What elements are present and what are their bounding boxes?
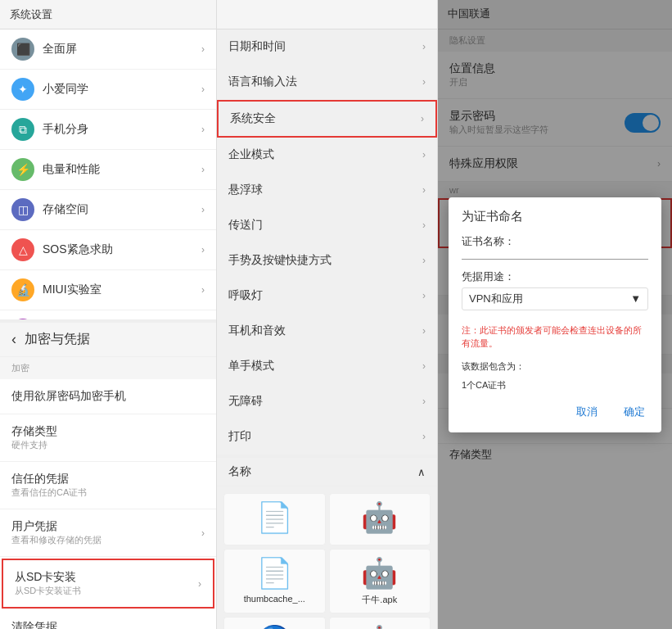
encrypt-user-creds-block: 用户凭据 查看和修改存储的凭据 <box>11 519 201 546</box>
file-icon-5: 🤖 <box>361 624 398 629</box>
encrypt-clear-label: 清除凭据 <box>11 620 201 629</box>
onehand-arrow: › <box>422 360 426 372</box>
sys-item-headset[interactable]: 耳机和音效 › <box>217 314 437 349</box>
transfer-label: 传送门 <box>228 218 422 233</box>
file-picker-section: 名称 ∧ 📄 🤖 📄 thumbcache_... 🤖 千牛.apk <box>217 455 437 629</box>
panel1-header-label: 系统设置 <box>10 7 52 22</box>
file-item-4[interactable]: 🔵 <box>223 617 326 629</box>
sys-item-gestures[interactable]: 手势及按键快捷方式 › <box>217 243 437 278</box>
panel2-header <box>217 0 437 29</box>
cert-name-dialog: 为证书命名 证书名称： 凭据用途： VPN和应用 ▼ 注：此证书的颁发者可能会检… <box>449 197 661 432</box>
dialog-use-select[interactable]: VPN和应用 ▼ <box>462 287 648 310</box>
simple-desktop-icon: ⊟ <box>11 319 34 319</box>
xiaoai-label: 小爱同学 <box>43 82 201 97</box>
encrypt-item-user-creds[interactable]: 用户凭据 查看和修改存储的凭据 › <box>0 509 216 557</box>
dual-icon: ⧉ <box>11 118 34 141</box>
float-arrow: › <box>422 184 426 196</box>
miui-lab-arrow: › <box>201 284 205 296</box>
encrypt-item-trusted[interactable]: 信任的凭据 查看信任的CA证书 <box>0 462 216 509</box>
sys-item-lang[interactable]: 语言和输入法 › <box>217 65 437 100</box>
dual-label: 手机分身 <box>43 122 201 137</box>
settings-item-battery[interactable]: ⚡ 电量和性能 › <box>0 150 216 190</box>
datetime-label: 日期和时间 <box>228 39 422 54</box>
encrypt-item-storage[interactable]: 存储类型 硬件支持 <box>0 414 216 462</box>
settings-item-sos[interactable]: △ SOS紧急求助 › <box>0 230 216 270</box>
dialog-cert-input[interactable] <box>462 252 648 260</box>
print-label: 打印 <box>228 429 422 444</box>
settings-item-xiaoai[interactable]: ✦ 小爱同学 › <box>0 70 216 110</box>
storage-arrow: › <box>201 204 205 215</box>
sys-item-float[interactable]: 悬浮球 › <box>217 173 437 208</box>
accessibility-label: 无障碍 <box>228 394 422 409</box>
sys-item-enterprise[interactable]: 企业模式 › <box>217 138 437 173</box>
battery-icon: ⚡ <box>11 158 34 181</box>
enterprise-label: 企业模式 <box>228 147 422 162</box>
encrypt-item-install-sd[interactable]: 从SD卡安装 从SD卡安装证书 › <box>2 559 214 609</box>
encrypt-install-sd-sublabel: 从SD卡安装证书 <box>15 585 198 597</box>
settings-item-simple-desktop[interactable]: ⊟ 极简桌面 › <box>0 310 216 319</box>
sort-icon: ∧ <box>417 466 426 478</box>
gestures-arrow: › <box>422 255 426 266</box>
sys-item-datetime[interactable]: 日期和时间 › <box>217 29 437 65</box>
file-icon-2: 📄 <box>256 556 293 591</box>
dialog-overlay: 为证书命名 证书名称： 凭据用途： VPN和应用 ▼ 注：此证书的颁发者可能会检… <box>438 0 672 629</box>
fullscreen-arrow: › <box>201 43 205 55</box>
encrypt-install-sd-block: 从SD卡安装 从SD卡安装证书 <box>15 570 198 597</box>
lang-label: 语言和输入法 <box>228 75 422 89</box>
dialog-actions: 取消 确定 <box>449 395 661 432</box>
onehand-label: 单手模式 <box>228 359 422 373</box>
settings-top-section: 系统设置 ⬛ 全面屏 › ✦ 小爱同学 › ⧉ 手机分身 › ⚡ 电量和性能 ›… <box>0 0 216 319</box>
sys-item-onehand[interactable]: 单手模式 › <box>217 349 437 384</box>
print-arrow: › <box>422 431 426 442</box>
sys-item-accessibility[interactable]: 无障碍 › <box>217 384 437 419</box>
file-item-5[interactable]: 🤖 <box>329 617 431 629</box>
sys-item-security[interactable]: 系统安全 › <box>217 100 437 138</box>
encrypt-trusted-block: 信任的凭据 查看信任的CA证书 <box>11 472 205 499</box>
encrypt-lock-label: 使用欲屏密码加密手机 <box>11 389 205 404</box>
encrypt-user-creds-label: 用户凭据 <box>11 519 201 534</box>
headset-arrow: › <box>422 325 426 337</box>
dual-arrow: › <box>201 124 205 135</box>
back-arrow-icon[interactable]: ‹ <box>11 331 16 348</box>
dialog-count-value: 1个CA证书 <box>449 376 661 395</box>
sos-label: SOS紧急求助 <box>43 242 201 257</box>
dialog-confirm-btn[interactable]: 确定 <box>617 401 652 423</box>
breathlight-label: 呼吸灯 <box>228 288 422 303</box>
gestures-label: 手势及按键快捷方式 <box>228 253 422 268</box>
accessibility-arrow: › <box>422 396 426 407</box>
settings-item-storage[interactable]: ◫ 存储空间 › <box>0 190 216 230</box>
file-picker-sort-icon[interactable]: ∧ <box>417 466 426 478</box>
encrypt-item-lock[interactable]: 使用欲屏密码加密手机 <box>0 379 216 414</box>
miui-lab-icon: 🔬 <box>11 278 34 301</box>
enterprise-arrow: › <box>422 149 426 161</box>
settings-item-dual[interactable]: ⧉ 手机分身 › <box>0 110 216 150</box>
battery-arrow: › <box>201 164 205 175</box>
sos-arrow: › <box>201 244 205 256</box>
system-menu-section: 日期和时间 › 语言和输入法 › 系统安全 › 企业模式 › 悬浮球 › 传送门… <box>217 0 437 455</box>
encrypt-item-clear[interactable]: 清除凭据 删除所有的证书 › <box>0 610 216 629</box>
float-label: 悬浮球 <box>228 183 422 197</box>
file-item-0[interactable]: 📄 <box>223 493 326 545</box>
settings-item-fullscreen[interactable]: ⬛ 全面屏 › <box>0 29 216 70</box>
encrypt-storage-label: 存储类型 <box>11 424 205 439</box>
file-item-1[interactable]: 🤖 <box>329 493 431 545</box>
encrypt-user-creds-sublabel: 查看和修改存储的凭据 <box>11 534 201 546</box>
file-item-2[interactable]: 📄 thumbcache_... <box>223 549 326 613</box>
encrypt-install-sd-label: 从SD卡安装 <box>15 570 198 585</box>
settings-item-miui-lab[interactable]: 🔬 MIUI实验室 › <box>0 270 216 310</box>
fullscreen-icon: ⬛ <box>11 38 34 61</box>
dialog-cancel-btn[interactable]: 取消 <box>570 401 604 423</box>
sys-item-transfer[interactable]: 传送门 › <box>217 208 437 243</box>
sys-item-print[interactable]: 打印 › <box>217 419 437 455</box>
lang-arrow: › <box>422 76 426 88</box>
dialog-warning: 注：此证书的颁发者可能会检查连出设备的所有流量。 <box>449 317 661 357</box>
panel1-header: 系统设置 <box>0 0 216 29</box>
encrypt-title: 加密与凭据 <box>25 331 90 348</box>
sys-item-breathlight[interactable]: 呼吸灯 › <box>217 278 437 314</box>
panel-settings-left: 系统设置 ⬛ 全面屏 › ✦ 小爱同学 › ⧉ 手机分身 › ⚡ 电量和性能 ›… <box>0 0 217 629</box>
dialog-title: 为证书命名 <box>449 197 661 231</box>
file-item-3[interactable]: 🤖 千牛.apk <box>329 549 431 613</box>
headset-label: 耳机和音效 <box>228 324 422 338</box>
encrypt-item-lock-block: 使用欲屏密码加密手机 <box>11 389 205 404</box>
file-picker-sort-label: 名称 <box>228 464 251 479</box>
